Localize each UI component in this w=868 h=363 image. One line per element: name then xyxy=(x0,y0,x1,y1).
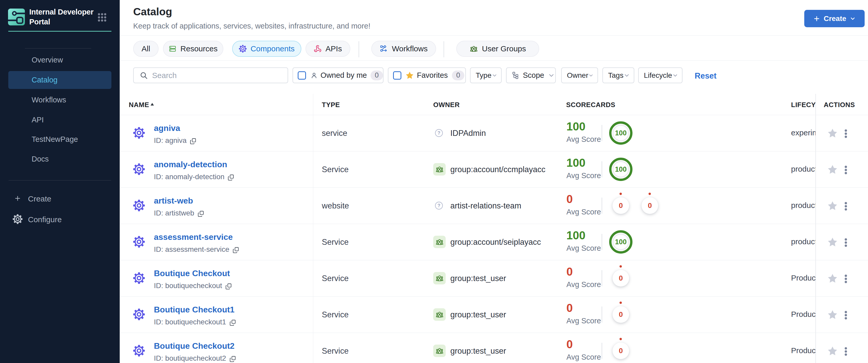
svg-text:?: ? xyxy=(438,130,440,135)
svg-text:?: ? xyxy=(438,203,440,208)
